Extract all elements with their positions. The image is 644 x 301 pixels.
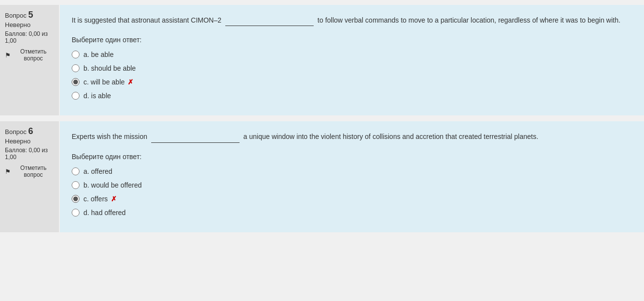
radio-q6c[interactable] (72, 195, 80, 203)
option-item: a. offered (72, 167, 632, 175)
sidebar-q6: Вопрос 6НеверноБаллов: 0,00 из 1,00⚑Отме… (0, 121, 59, 232)
question-text: It is suggested that astronaut assistant… (72, 15, 632, 26)
wrong-icon: ✗ (128, 78, 134, 86)
option-label: c. will be able (83, 78, 125, 86)
question-number-label: Вопрос 5 (5, 10, 54, 20)
wrong-icon: ✗ (111, 195, 117, 203)
question-score: Баллов: 0,00 из 1,00 (5, 30, 54, 44)
content-q6: Experts wish the mission a unique window… (60, 121, 644, 232)
blank (225, 15, 314, 26)
radio-q5b[interactable] (72, 64, 80, 72)
option-item: d. had offered (72, 209, 632, 217)
sidebar-q5: Вопрос 5НеверноБаллов: 0,00 из 1,00⚑Отме… (0, 5, 59, 115)
option-item: b. would be offered (72, 181, 632, 189)
flag-question-button[interactable]: ⚑Отметить вопрос (5, 164, 54, 178)
radio-q5a[interactable] (72, 51, 80, 58)
option-label: d. is able (83, 92, 111, 100)
option-item: a. be able (72, 51, 632, 58)
flag-label: Отметить вопрос (13, 48, 54, 62)
question-block-5: Вопрос 5НеверноБаллов: 0,00 из 1,00⚑Отме… (0, 5, 644, 115)
options-list: a. be ableb. should be ablec. will be ab… (72, 51, 632, 100)
question-status: Неверно (5, 21, 54, 28)
question-status: Неверно (5, 137, 54, 145)
radio-q5c[interactable] (72, 78, 80, 86)
blank (151, 131, 240, 142)
option-label: a. offered (83, 167, 112, 175)
question-text: Experts wish the mission a unique window… (72, 131, 632, 142)
content-q5: It is suggested that astronaut assistant… (60, 5, 644, 115)
radio-q5d[interactable] (72, 92, 80, 100)
question-block-6: Вопрос 6НеверноБаллов: 0,00 из 1,00⚑Отме… (0, 121, 644, 232)
option-label: b. should be able (83, 64, 136, 72)
option-label: c. offers (83, 195, 108, 203)
option-label: d. had offered (83, 209, 126, 217)
question-score: Баллов: 0,00 из 1,00 (5, 147, 54, 161)
flag-icon: ⚑ (5, 52, 11, 59)
flag-question-button[interactable]: ⚑Отметить вопрос (5, 48, 54, 62)
radio-q6d[interactable] (72, 209, 80, 217)
quiz-page: Вопрос 5НеверноБаллов: 0,00 из 1,00⚑Отме… (0, 0, 644, 301)
radio-q6a[interactable] (72, 167, 80, 175)
options-list: a. offeredb. would be offeredc. offers✗d… (72, 167, 632, 217)
question-number-label: Вопрос 6 (5, 126, 54, 137)
option-item: d. is able (72, 92, 632, 100)
option-item: c. offers✗ (72, 195, 632, 203)
option-label: a. be able (83, 51, 114, 58)
answer-prompt: Выберите один ответ: (72, 153, 632, 161)
option-item: b. should be able (72, 64, 632, 72)
radio-q6b[interactable] (72, 181, 80, 189)
option-label: b. would be offered (83, 181, 142, 189)
flag-label: Отметить вопрос (13, 164, 54, 178)
flag-icon: ⚑ (5, 168, 11, 175)
answer-prompt: Выберите один ответ: (72, 36, 632, 44)
option-item: c. will be able✗ (72, 78, 632, 86)
